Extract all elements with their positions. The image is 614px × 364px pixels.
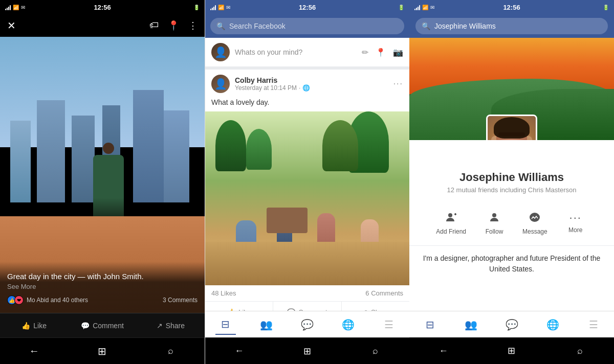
svg-point-0 bbox=[448, 213, 452, 217]
more-options-icon[interactable]: ⋮ bbox=[188, 20, 198, 31]
camera-icon[interactable]: 📷 bbox=[393, 48, 403, 57]
person-figure bbox=[93, 143, 124, 216]
panel1-navbar: ← ⊞ ⌕ bbox=[0, 337, 205, 364]
home-button-2[interactable]: ⊞ bbox=[297, 341, 318, 361]
home-button[interactable]: ⊞ bbox=[92, 341, 113, 361]
reactions-left: 👍 ❤ Mo Abid and 40 others bbox=[7, 295, 88, 305]
profile-search-bar[interactable]: 🔍 Josephine Williams bbox=[415, 18, 608, 34]
more-label: More bbox=[568, 226, 582, 234]
profile-tab-timeline[interactable]: ⊟ bbox=[420, 314, 440, 335]
post-more-options[interactable]: ··· bbox=[393, 79, 403, 88]
ground bbox=[205, 242, 409, 285]
add-friend-button[interactable]: Add Friend bbox=[430, 207, 472, 239]
panel2-newsfeed: 📶 ✉ 12:56 🔋 🔍 Search Facebook 👤 Whats on… bbox=[205, 0, 409, 364]
comment-label: Comment bbox=[93, 322, 124, 330]
share-button[interactable]: ↗ Share bbox=[137, 313, 205, 337]
wifi-icon-3: 📶 bbox=[422, 5, 428, 10]
post-image bbox=[205, 111, 409, 285]
reaction-text: Mo Abid and 40 others bbox=[27, 297, 88, 304]
person-coat bbox=[93, 155, 124, 216]
signal-bars-3 bbox=[414, 4, 420, 10]
profile-name-in-header: Josephine Williams bbox=[434, 22, 496, 30]
share-icon: ↗ bbox=[157, 322, 163, 330]
search-button-3[interactable]: ⌕ bbox=[569, 340, 590, 361]
back-button[interactable]: ← bbox=[24, 341, 45, 361]
post-time: Yesterday at 10:14 PM · 🌐 bbox=[235, 84, 310, 92]
comment-button[interactable]: 💬 Comment bbox=[68, 313, 136, 337]
msg-icon-3: ✉ bbox=[430, 5, 434, 10]
search-bar[interactable]: 🔍 Search Facebook bbox=[210, 18, 404, 34]
messenger-icon: 💬 bbox=[301, 318, 314, 331]
follow-label: Follow bbox=[486, 228, 503, 235]
globe-icon: 🌐 bbox=[302, 84, 310, 92]
search-icon-nav-3: ⌕ bbox=[577, 346, 583, 356]
home-button-3[interactable]: ⊞ bbox=[501, 340, 522, 361]
plant1 bbox=[215, 120, 246, 171]
post-author-name[interactable]: Colby Harris bbox=[235, 76, 310, 84]
panel2-tab-bar: ⊟ 👥 💬 🌐 ☰ bbox=[205, 311, 409, 337]
post-actions: 👍 Like 💬 Comment ↗ Share bbox=[205, 302, 409, 311]
cover-photo bbox=[409, 38, 614, 140]
add-friend-icon bbox=[445, 211, 457, 226]
svg-point-4 bbox=[530, 213, 540, 222]
search-button-2[interactable]: ⌕ bbox=[365, 341, 386, 361]
add-friend-label: Add Friend bbox=[436, 228, 466, 235]
panel1-toolbar: ✕ 🏷 📍 ⋮ bbox=[0, 14, 205, 37]
like-button[interactable]: 👍 Like bbox=[0, 313, 68, 337]
panel1-photo-viewer: 📶 ✉ 12:56 🔋 ✕ 🏷 📍 ⋮ bbox=[0, 0, 205, 364]
more-button[interactable]: ··· More bbox=[558, 207, 594, 239]
profile-tab-friends[interactable]: 👥 bbox=[461, 314, 481, 335]
post-share-button[interactable]: ↗ Share bbox=[342, 302, 409, 311]
toolbar-actions: 🏷 📍 ⋮ bbox=[149, 20, 198, 31]
close-icon[interactable]: ✕ bbox=[7, 19, 16, 32]
see-more-link[interactable]: See More bbox=[7, 283, 198, 290]
building5 bbox=[133, 90, 164, 202]
compose-placeholder[interactable]: Whats on your mind? bbox=[235, 48, 357, 56]
like-icon: 👍 bbox=[21, 322, 30, 330]
mutual-friends: 12 mutual friends including Chris Master… bbox=[409, 186, 614, 194]
reactions-bar: 👍 ❤ Mo Abid and 40 others 3 Comments bbox=[7, 295, 198, 305]
comment-count: 3 Comments bbox=[163, 297, 198, 304]
comments-count: 6 Comments bbox=[365, 289, 403, 297]
panel3-statusbar: 📶 ✉ 12:56 🔋 bbox=[409, 0, 614, 14]
wifi-icon: 📶 bbox=[13, 5, 19, 10]
search-icon-3: 🔍 bbox=[422, 22, 430, 30]
person-head bbox=[103, 143, 114, 154]
message-button[interactable]: Message bbox=[516, 207, 554, 239]
jo-glasses bbox=[498, 132, 525, 136]
post-comment-button[interactable]: 💬 Comment bbox=[273, 302, 341, 311]
panel3-header: 🔍 Josephine Williams bbox=[409, 14, 614, 38]
friends-tab-icon: 👥 bbox=[465, 318, 477, 331]
tab-friends[interactable]: 👥 bbox=[256, 314, 277, 335]
timeline-icon: ⊟ bbox=[426, 318, 434, 331]
tab-menu[interactable]: ☰ bbox=[379, 314, 399, 335]
panel2-bottom-nav: ← ⊞ ⌕ bbox=[205, 337, 409, 364]
profile-tab-globe[interactable]: 🌐 bbox=[542, 314, 563, 335]
more-dots-icon: ··· bbox=[569, 211, 582, 224]
message-icon: ✉ bbox=[21, 5, 25, 10]
search-button[interactable]: ⌕ bbox=[160, 341, 181, 361]
location-compose-icon[interactable]: 📍 bbox=[376, 48, 386, 57]
search-magnifier-icon: 🔍 bbox=[216, 22, 225, 30]
back-button-3[interactable]: ← bbox=[433, 340, 454, 361]
love-reaction: ❤ bbox=[14, 295, 24, 305]
location-pin-icon[interactable]: 📍 bbox=[168, 20, 179, 31]
post-author-avatar: 👤 bbox=[211, 75, 230, 93]
profile-tab-menu[interactable]: ☰ bbox=[583, 314, 604, 335]
post-timestamp: Yesterday at 10:14 PM bbox=[235, 84, 297, 92]
tab-globe[interactable]: 🌐 bbox=[338, 314, 358, 335]
back-icon-2: ← bbox=[235, 346, 244, 356]
friends-icon: 👥 bbox=[260, 318, 273, 331]
profile-tab-messenger[interactable]: 💬 bbox=[501, 314, 522, 335]
back-button-2[interactable]: ← bbox=[229, 341, 250, 361]
panel2-content: 👤 Whats on your mind? ✏ 📍 📷 👤 Colby Harr… bbox=[205, 38, 409, 311]
follow-button[interactable]: Follow bbox=[476, 207, 512, 239]
profile-actions: Add Friend Follow Messag bbox=[409, 207, 614, 246]
tag-icon[interactable]: 🏷 bbox=[149, 20, 159, 31]
write-icon[interactable]: ✏ bbox=[362, 48, 368, 57]
post-like-button[interactable]: 👍 Like bbox=[205, 302, 273, 311]
tab-feed[interactable]: ⊟ bbox=[215, 314, 236, 335]
search-icon-2: ⌕ bbox=[372, 346, 378, 356]
tab-messenger[interactable]: 💬 bbox=[297, 314, 317, 335]
battery-icon-2: 🔋 bbox=[398, 5, 404, 10]
